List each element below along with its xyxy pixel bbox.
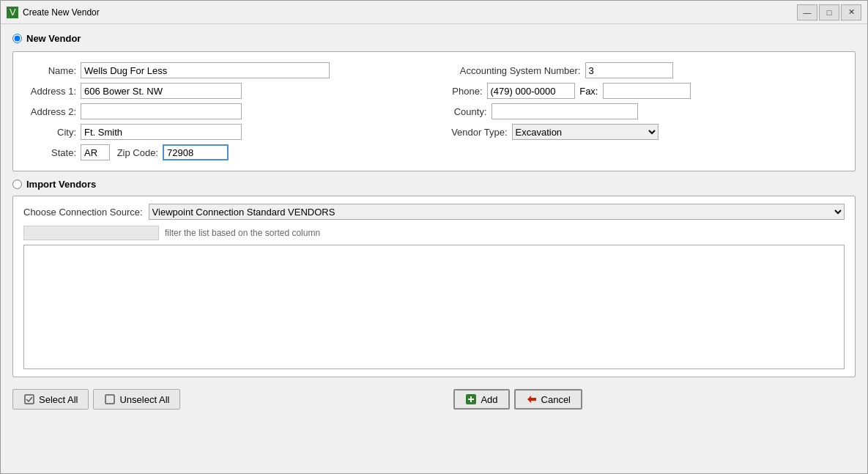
name-input[interactable] (81, 62, 330, 78)
main-content: New Vendor Name: Address 1: Address 2: (1, 24, 867, 473)
maximize-button[interactable]: □ (819, 4, 839, 21)
addr1-input[interactable] (81, 83, 242, 99)
import-section: Import Vendors Choose Connection Source:… (12, 179, 856, 377)
bottom-bar: Select All Unselect All Add (12, 385, 856, 412)
addr2-row: Address 2: (25, 103, 420, 119)
bottom-left-buttons: Select All Unselect All (12, 389, 180, 410)
bottom-center-buttons: Add Cancel (180, 389, 856, 410)
addr2-input[interactable] (81, 103, 242, 119)
import-panel: Choose Connection Source: Viewpoint Conn… (12, 196, 856, 377)
connection-label: Choose Connection Source: (23, 207, 143, 218)
phone-fax-row: Phone: Fax: (449, 83, 844, 99)
addr2-label: Address 2: (25, 106, 76, 117)
add-label: Add (481, 394, 497, 405)
city-label: City: (25, 127, 76, 138)
addr1-row: Address 1: (25, 83, 420, 99)
main-window: V Create New Vendor — □ ✕ New Vendor Nam… (0, 0, 868, 474)
select-all-button[interactable]: Select All (12, 389, 89, 410)
close-button[interactable]: ✕ (841, 4, 861, 21)
new-vendor-radio-row: New Vendor (12, 33, 856, 44)
vendor-type-select[interactable]: Excavation General Electrical Plumbing H… (512, 124, 659, 140)
phone-input[interactable] (487, 83, 575, 99)
city-row: City: (25, 124, 420, 140)
vendor-list-area (23, 245, 845, 369)
new-vendor-radio[interactable] (12, 34, 22, 43)
fax-input[interactable] (603, 83, 691, 99)
filter-row: filter the list based on the sorted colu… (23, 226, 845, 240)
zip-input[interactable] (163, 144, 229, 160)
filter-hint: filter the list based on the sorted colu… (165, 228, 320, 238)
import-vendors-radio[interactable] (12, 179, 22, 189)
add-button[interactable]: Add (453, 389, 509, 410)
cancel-button[interactable]: Cancel (514, 389, 582, 410)
minimize-button[interactable]: — (797, 4, 817, 21)
svg-rect-2 (25, 395, 34, 404)
cancel-label: Cancel (541, 394, 571, 405)
form-right: Accounting System Number: Phone: Fax: Co… (434, 62, 844, 160)
connection-row: Choose Connection Source: Viewpoint Conn… (23, 204, 845, 220)
county-input[interactable] (492, 103, 638, 119)
app-icon: V (7, 7, 18, 18)
titlebar: V Create New Vendor — □ ✕ (1, 1, 867, 24)
name-label: Name: (25, 65, 76, 76)
state-zip-row: State: Zip Code: (25, 144, 420, 160)
window-controls: — □ ✕ (797, 4, 861, 21)
new-vendor-panel: Name: Address 1: Address 2: City: (12, 51, 856, 171)
svg-text:V: V (10, 8, 16, 17)
import-radio-row: Import Vendors (12, 179, 856, 190)
state-input[interactable] (81, 144, 110, 160)
add-icon (465, 393, 477, 405)
unselect-all-label: Unselect All (119, 394, 169, 405)
import-vendors-label: Import Vendors (26, 179, 96, 190)
zip-label: Zip Code: (114, 147, 158, 158)
window-title: Create New Vendor (23, 7, 797, 18)
vendor-type-row: Vendor Type: Excavation General Electric… (449, 124, 844, 140)
acct-input[interactable] (585, 62, 673, 78)
select-all-icon (23, 393, 35, 405)
new-vendor-label: New Vendor (26, 33, 81, 44)
unselect-all-button[interactable]: Unselect All (93, 389, 180, 410)
vendor-type-label: Vendor Type: (449, 127, 508, 138)
acct-label: Accounting System Number: (449, 65, 581, 76)
svg-marker-7 (527, 396, 536, 403)
unselect-all-icon (104, 393, 116, 405)
filter-input[interactable] (23, 226, 159, 240)
addr1-label: Address 1: (25, 86, 76, 97)
select-all-label: Select All (39, 394, 78, 405)
county-row: County: (449, 103, 844, 119)
connection-select[interactable]: Viewpoint Connection Standard VENDORS (149, 204, 845, 220)
name-row: Name: (25, 62, 420, 78)
acct-row: Accounting System Number: (449, 62, 844, 78)
state-label: State: (25, 147, 76, 158)
form-grid: Name: Address 1: Address 2: City: (25, 62, 843, 160)
county-label: County: (449, 106, 487, 117)
cancel-icon (526, 393, 538, 405)
fax-label: Fax: (579, 86, 598, 97)
phone-label: Phone: (449, 86, 483, 97)
form-left: Name: Address 1: Address 2: City: (25, 62, 434, 160)
svg-rect-3 (105, 395, 114, 404)
city-input[interactable] (81, 124, 242, 140)
